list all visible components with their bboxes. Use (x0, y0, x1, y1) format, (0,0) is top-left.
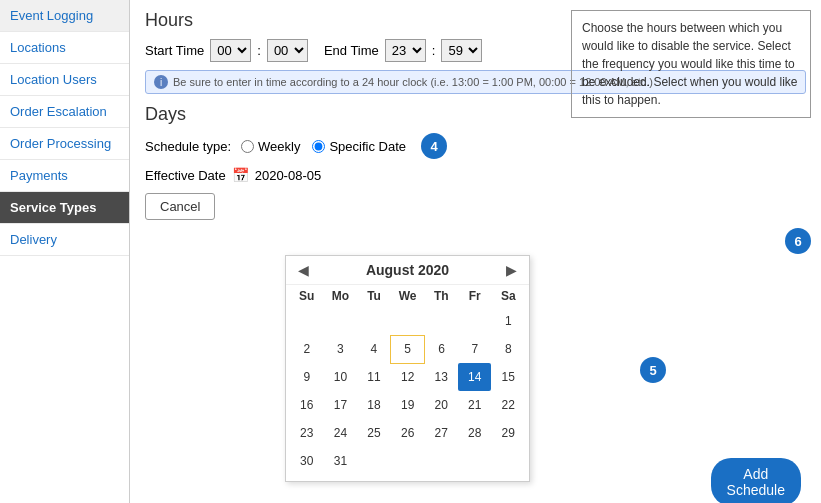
cal-header-su: Su (290, 285, 324, 307)
cal-header-fr: Fr (458, 285, 491, 307)
cal-day[interactable]: 30 (290, 447, 324, 475)
sidebar-item-delivery[interactable]: Delivery (0, 224, 129, 256)
effective-date-value: 2020-08-05 (255, 168, 322, 183)
badge-5-container: 5 (635, 357, 666, 383)
cal-day[interactable]: 24 (324, 419, 358, 447)
end-minute-select[interactable]: 00153059 (441, 39, 482, 62)
time-separator-1: : (257, 43, 261, 58)
info-icon: i (154, 75, 168, 89)
radio-weekly-label: Weekly (258, 139, 300, 154)
cal-day[interactable]: 7 (458, 335, 491, 363)
cal-day (357, 307, 390, 335)
cal-day[interactable]: 31 (324, 447, 358, 475)
cal-day (425, 307, 459, 335)
calendar-prev-button[interactable]: ◀ (294, 262, 313, 278)
sidebar-item-payments[interactable]: Payments (0, 160, 129, 192)
schedule-row: Schedule type: Weekly Specific Date 4 (145, 133, 806, 159)
badge-4: 4 (421, 133, 447, 159)
cal-day[interactable]: 22 (491, 391, 525, 419)
calendar-title: August 2020 (366, 262, 449, 278)
sidebar: Event LoggingLocationsLocation UsersOrde… (0, 0, 130, 503)
calendar-grid: SuMoTuWeThFrSa 1234567891011121314151617… (290, 285, 525, 475)
cal-day[interactable]: 20 (425, 391, 459, 419)
badge-5: 5 (640, 357, 666, 383)
radio-specific-input[interactable] (312, 140, 325, 153)
cal-day[interactable]: 26 (391, 419, 425, 447)
cal-day[interactable]: 13 (425, 363, 459, 391)
add-schedule-button[interactable]: Add Schedule (711, 458, 801, 503)
sidebar-item-service-types[interactable]: Service Types (0, 192, 129, 224)
info-box-text: Choose the hours between which you would… (582, 21, 797, 107)
cal-day[interactable]: 14 (458, 363, 491, 391)
start-time-label: Start Time (145, 43, 204, 58)
cal-day[interactable]: 18 (357, 391, 390, 419)
cal-day[interactable]: 11 (357, 363, 390, 391)
calendar-header: ◀ August 2020 ▶ (286, 256, 529, 285)
cal-header-sa: Sa (491, 285, 525, 307)
cal-day[interactable]: 19 (391, 391, 425, 419)
calendar-icon: 📅 (232, 167, 249, 183)
cal-day[interactable]: 15 (491, 363, 525, 391)
cal-day[interactable]: 10 (324, 363, 358, 391)
cal-day[interactable]: 16 (290, 391, 324, 419)
cal-day[interactable]: 23 (290, 419, 324, 447)
calendar-next-button[interactable]: ▶ (502, 262, 521, 278)
sidebar-item-location-users[interactable]: Location Users (0, 64, 129, 96)
cal-day[interactable]: 29 (491, 419, 525, 447)
cal-day[interactable]: 1 (491, 307, 525, 335)
cal-day (357, 447, 390, 475)
end-time-label: End Time (324, 43, 379, 58)
cal-day[interactable]: 4 (357, 335, 390, 363)
calendar: ◀ August 2020 ▶ SuMoTuWeThFrSa 123456789… (285, 255, 530, 482)
cal-day[interactable]: 27 (425, 419, 459, 447)
radio-weekly-input[interactable] (241, 140, 254, 153)
cal-day[interactable]: 9 (290, 363, 324, 391)
cal-day[interactable]: 12 (391, 363, 425, 391)
start-hour-select[interactable]: 00010203 04050607 08091011 12131415 1617… (210, 39, 251, 62)
cal-day[interactable]: 28 (458, 419, 491, 447)
cal-day (290, 307, 324, 335)
schedule-radio-group: Weekly Specific Date (241, 139, 406, 154)
sidebar-item-event-logging[interactable]: Event Logging (0, 0, 129, 32)
sidebar-item-locations[interactable]: Locations (0, 32, 129, 64)
cal-day (425, 447, 459, 475)
cal-day (324, 307, 358, 335)
cal-day (391, 447, 425, 475)
end-hour-select[interactable]: 00010203 04050607 08091011 12131415 1617… (385, 39, 426, 62)
cal-day[interactable]: 3 (324, 335, 358, 363)
cal-header-tu: Tu (357, 285, 390, 307)
cal-day[interactable]: 5 (391, 335, 425, 363)
cal-day (458, 307, 491, 335)
cancel-button[interactable]: Cancel (145, 193, 215, 220)
cal-day[interactable]: 2 (290, 335, 324, 363)
add-schedule-container: 6 Add Schedule (780, 228, 811, 254)
info-box: Choose the hours between which you would… (571, 10, 811, 118)
cal-header-mo: Mo (324, 285, 358, 307)
cal-day (491, 447, 525, 475)
days-section: Days Schedule type: Weekly Specific Date… (145, 104, 806, 220)
start-minute-select[interactable]: 00153045 (267, 39, 308, 62)
cal-day[interactable]: 6 (425, 335, 459, 363)
schedule-type-label: Schedule type: (145, 139, 231, 154)
cal-day[interactable]: 17 (324, 391, 358, 419)
effective-date-row: Effective Date 📅 2020-08-05 (145, 167, 806, 183)
cal-day[interactable]: 8 (491, 335, 525, 363)
radio-weekly[interactable]: Weekly (241, 139, 300, 154)
time-separator-2: : (432, 43, 436, 58)
sidebar-item-order-processing[interactable]: Order Processing (0, 128, 129, 160)
main-content: Choose the hours between which you would… (130, 0, 821, 503)
radio-specific[interactable]: Specific Date (312, 139, 406, 154)
effective-date-label: Effective Date (145, 168, 226, 183)
cal-header-th: Th (425, 285, 459, 307)
radio-specific-label: Specific Date (329, 139, 406, 154)
badge-6: 6 (785, 228, 811, 254)
cal-day (458, 447, 491, 475)
cal-day (391, 307, 425, 335)
cal-day[interactable]: 25 (357, 419, 390, 447)
cal-day[interactable]: 21 (458, 391, 491, 419)
cal-header-we: We (391, 285, 425, 307)
sidebar-item-order-escalation[interactable]: Order Escalation (0, 96, 129, 128)
